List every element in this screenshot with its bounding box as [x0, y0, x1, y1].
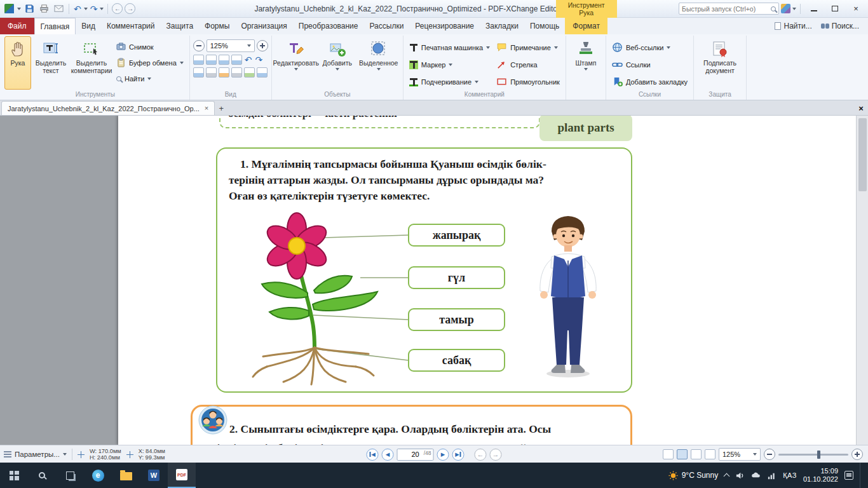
underline-button[interactable]: Подчеркивание [407, 74, 492, 90]
find-menu-button[interactable]: Найти... [775, 22, 811, 30]
copy-page-icon[interactable] [206, 67, 217, 78]
snapshot-button[interactable]: Снимок [114, 39, 186, 54]
maximize-button[interactable] [825, 2, 844, 16]
links-button[interactable]: Ссылки [609, 57, 690, 72]
menu-format[interactable]: Формат Инструмент Рука [565, 18, 607, 34]
note-caret[interactable] [554, 46, 558, 49]
theme-caret[interactable] [792, 8, 796, 10]
zoom-out-icon[interactable] [193, 40, 205, 51]
web-links-caret[interactable] [667, 46, 670, 49]
export-icon[interactable] [244, 67, 255, 78]
find-button[interactable]: Найти [114, 71, 186, 86]
arrow-button[interactable]: Стрелка [494, 57, 562, 72]
minimize-button[interactable] [804, 2, 824, 16]
status-zoom-in-icon[interactable] [851, 449, 863, 460]
close-button[interactable]: × [846, 2, 865, 16]
document-tab[interactable]: Jaratylystanu_Uchebnik_2_kl_Kaz_2022_Пос… [1, 101, 215, 115]
undo-icon[interactable]: ↶ [73, 4, 82, 13]
quick-launch-box[interactable] [679, 3, 779, 15]
clock[interactable]: 15:09 01.10.2022 [803, 467, 838, 484]
menu-file[interactable]: Файл [0, 18, 34, 34]
edit-objects-button[interactable]: Редактировать [275, 36, 317, 90]
stamp-button[interactable]: Штамп [569, 36, 602, 90]
history-forward-icon[interactable]: → [125, 3, 135, 14]
add-object-button[interactable]: Добавить [318, 36, 356, 90]
comments-pane-icon[interactable] [219, 67, 229, 78]
taskbar-search-button[interactable] [28, 463, 56, 488]
redo-caret[interactable] [100, 8, 104, 10]
onedrive-icon[interactable] [751, 471, 761, 480]
select-text-button[interactable]: Выделить текст [32, 36, 69, 90]
selected-objects-button[interactable]: Выделенное [358, 36, 400, 90]
first-page-button[interactable]: ◀ [367, 449, 379, 461]
menu-view[interactable]: Вид [76, 18, 101, 34]
clipboard-caret[interactable] [180, 62, 184, 64]
rectangle-button[interactable]: Прямоугольник [494, 74, 562, 90]
next-page-button[interactable]: ▶ [437, 449, 449, 461]
marker-caret[interactable] [449, 64, 452, 66]
theme-icon[interactable] [781, 4, 790, 13]
zoom-slider[interactable] [778, 454, 848, 456]
single-page-view-icon[interactable] [663, 449, 674, 459]
add-bookmark-button[interactable]: Добавить закладку [609, 74, 690, 90]
menu-convert[interactable]: Преобразование [293, 18, 364, 34]
web-links-button[interactable]: Веб-ссылки [609, 39, 690, 55]
search-menu-button[interactable]: Поиск... [821, 22, 859, 30]
menu-protect[interactable]: Защита [161, 18, 200, 34]
rotate-right-icon[interactable]: ↷ [254, 55, 263, 64]
email-icon[interactable] [52, 3, 65, 15]
clipboard-button[interactable]: Буфер обмена [114, 55, 186, 70]
fit-page-icon[interactable] [206, 55, 217, 65]
pdf-editor-button[interactable]: PDF [168, 463, 196, 488]
history-back-icon[interactable]: ← [112, 3, 123, 14]
edge-button[interactable]: e [84, 463, 112, 488]
new-tab-button[interactable]: + [215, 101, 227, 115]
menu-help[interactable]: Помощь [524, 18, 565, 34]
scrollbar-thumb[interactable] [858, 118, 867, 191]
marker-button[interactable]: Маркер [407, 57, 492, 72]
menu-organize[interactable]: Организация [235, 18, 292, 34]
redo-icon[interactable]: ↷ [90, 4, 98, 13]
previous-page-button[interactable]: ◀ [382, 449, 394, 461]
zoom-slider-thumb[interactable] [817, 451, 820, 459]
weather-widget[interactable]: 9°C Sunny [668, 471, 719, 480]
pane-close-icon[interactable]: × [855, 101, 867, 115]
show-desktop-button[interactable] [860, 463, 863, 488]
view-forward-button[interactable]: → [490, 449, 502, 461]
page-number-input[interactable] [407, 451, 424, 458]
options-button[interactable]: Параметры... [4, 451, 67, 458]
note-button[interactable]: Примечание [494, 39, 562, 55]
typewriter-caret[interactable] [486, 46, 490, 49]
page-number-box[interactable]: /48 [397, 449, 434, 461]
actual-size-icon[interactable] [193, 55, 204, 65]
last-page-button[interactable]: ▶ [452, 449, 465, 461]
typewriter-button[interactable]: Печатная машинка [407, 39, 492, 55]
underline-caret[interactable] [475, 81, 478, 83]
start-button[interactable] [0, 463, 28, 488]
find-caret[interactable] [147, 78, 151, 80]
menu-mailings[interactable]: Рассылки [364, 18, 410, 34]
zoom-select[interactable]: 125% [207, 39, 255, 52]
sign-document-button[interactable]: Подписать документ [697, 36, 743, 90]
undo-caret[interactable] [84, 8, 88, 10]
app-menu-caret[interactable] [17, 8, 21, 10]
zoom-in-icon[interactable] [257, 40, 268, 51]
menu-review[interactable]: Рецензирование [409, 18, 480, 34]
save-icon[interactable] [23, 3, 36, 15]
action-center-icon[interactable] [844, 471, 853, 480]
status-zoom-out-icon[interactable] [764, 449, 775, 460]
attachments-icon[interactable] [231, 67, 242, 78]
select-comments-button[interactable]: Выделить комментарии [71, 36, 112, 90]
continuous-view-icon[interactable] [677, 449, 688, 459]
volume-icon[interactable] [735, 471, 745, 480]
tab-close-icon[interactable]: × [205, 105, 208, 112]
view-back-button[interactable]: ← [475, 449, 487, 461]
two-page-continuous-view-icon[interactable] [705, 449, 715, 459]
menu-home[interactable]: Главная [34, 18, 76, 34]
rotate-left-icon[interactable]: ↶ [244, 55, 253, 64]
file-explorer-button[interactable] [112, 463, 140, 488]
menu-forms[interactable]: Формы [199, 18, 235, 34]
word-button[interactable]: W [140, 463, 168, 488]
hand-tool-button[interactable]: Рука [4, 36, 31, 90]
two-page-view-icon[interactable] [691, 449, 702, 459]
